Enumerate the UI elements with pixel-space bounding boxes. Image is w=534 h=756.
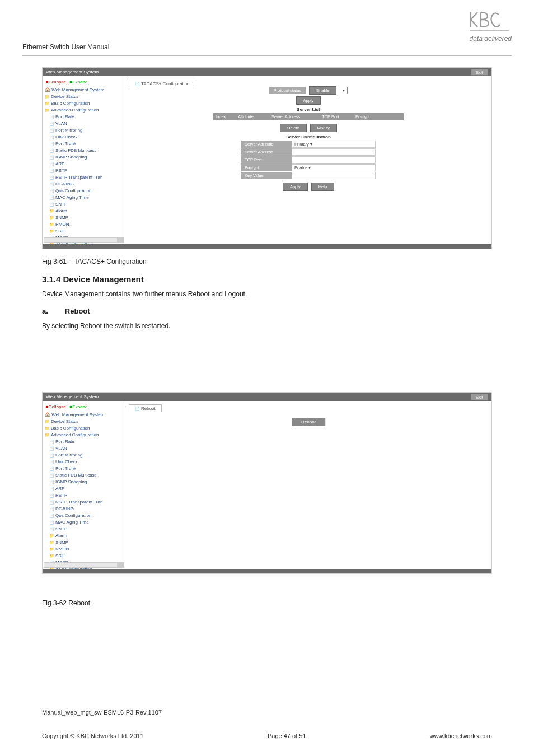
tree-item[interactable]: Port Trunk — [49, 465, 124, 472]
modify-button[interactable]: Modify — [310, 124, 337, 132]
tree-item[interactable]: VLAN — [49, 445, 124, 452]
tree-item[interactable]: RMON — [49, 221, 124, 228]
server-attribute-select[interactable]: Primary ▾ — [292, 141, 376, 148]
content-tab[interactable]: Reboot — [129, 404, 162, 412]
tree-item[interactable]: Basic Configuration — [45, 100, 124, 107]
tree-item[interactable]: Port Mirroring — [49, 452, 124, 459]
tree-item[interactable]: SNMP — [49, 539, 124, 546]
tree-item[interactable]: Port Mirroring — [49, 127, 124, 134]
tree-scrollbar[interactable] — [44, 237, 124, 243]
content-pane: TACACS+ Configuration Protocol status En… — [125, 76, 491, 249]
window-titlebar: Web Management System Exit — [43, 393, 491, 401]
tree-item[interactable]: SNMP — [49, 214, 124, 221]
protocol-status-value: Enable — [309, 86, 336, 95]
tree-item[interactable]: Device Status — [45, 94, 124, 100]
kbc-logo-icon — [470, 11, 509, 35]
tree-item[interactable]: SNTP — [49, 526, 124, 533]
tree-item[interactable]: Port Rate — [49, 114, 124, 120]
tree-item[interactable]: MAC Aging Time — [49, 519, 124, 526]
footer-url: www.kbcnetworks.com — [430, 732, 492, 739]
window-title: Web Management System — [46, 68, 99, 76]
tree-item[interactable]: Qos Configuration — [49, 188, 124, 194]
tree-item[interactable]: Advanced Configuration — [45, 107, 124, 114]
help-button[interactable]: Help — [311, 183, 334, 191]
page-header: Ethernet Switch User Manual data deliver… — [22, 11, 512, 56]
tree-root[interactable]: 🏠 Web Management System — [45, 87, 124, 94]
tree-item[interactable]: SSH — [49, 553, 124, 559]
tree-item[interactable]: Alarm — [49, 533, 124, 539]
tree-item[interactable]: Basic Configuration — [45, 425, 124, 432]
tree-item[interactable]: Device Status — [45, 418, 124, 425]
delete-button[interactable]: Delete — [280, 124, 307, 132]
footer-pager: Page 47 of 51 — [268, 732, 306, 739]
apply-button[interactable]: Apply — [296, 96, 321, 105]
window-footer-bar — [43, 569, 491, 573]
server-address-input[interactable] — [292, 148, 376, 156]
figure-caption-1: Fig 3-61 – TACACS+ Configuration — [42, 258, 492, 265]
tcp-port-input[interactable] — [292, 156, 376, 164]
window-titlebar: Web Management System Exit — [43, 68, 491, 76]
svg-rect-0 — [470, 30, 509, 31]
tree-item[interactable]: IGMP Snooping — [49, 479, 124, 486]
content-tab[interactable]: TACACS+ Configuration — [129, 80, 195, 87]
heading-3-1-4: 3.1.4 Device Management — [42, 274, 492, 284]
encrypt-label: Encrypt — [241, 164, 292, 171]
server-list-title: Server List — [213, 107, 404, 112]
paragraph: Device Management contains two further m… — [42, 290, 492, 298]
subheading-a: a.Reboot — [42, 307, 492, 315]
tree-item[interactable]: DT-RING — [49, 506, 124, 512]
tree-item[interactable]: IGMP Snooping — [49, 154, 124, 161]
screenshot-tacacs: Web Management System Exit ■Collapse | ■… — [42, 67, 492, 249]
doc-title: Ethernet Switch User Manual — [22, 43, 109, 51]
apply-button-2[interactable]: Apply — [283, 183, 308, 191]
tree-item[interactable]: DT-RING — [49, 181, 124, 188]
protocol-status-select[interactable]: ▾ — [340, 87, 348, 94]
window-title: Web Management System — [46, 393, 99, 401]
tree-item[interactable]: Link Check — [49, 459, 124, 465]
tree-item[interactable]: SSH — [49, 228, 124, 235]
collapse-expand[interactable]: ■Collapse | ■Expand — [44, 403, 124, 412]
tree-item[interactable]: RMON — [49, 546, 124, 553]
tree-item[interactable]: Alarm — [49, 208, 124, 214]
tree-item[interactable]: Port Rate — [49, 438, 124, 445]
tree-item[interactable]: Static FDB Multicast — [49, 472, 124, 479]
encrypt-select[interactable]: Enable ▾ — [292, 164, 376, 171]
nav-tree[interactable]: ■Collapse | ■Expand 🏠 Web Management Sys… — [43, 401, 125, 573]
tree-root[interactable]: 🏠 Web Management System — [45, 412, 124, 418]
footer-file-id: Manual_web_mgt_sw-ESML6-P3-Rev 1107 — [42, 709, 492, 716]
tree-item[interactable]: Port Trunk — [49, 141, 124, 147]
logo: data delivered — [470, 11, 512, 43]
tree-item[interactable]: VLAN — [49, 120, 124, 127]
exit-button[interactable]: Exit — [471, 394, 488, 400]
tree-item[interactable]: ARP — [49, 486, 124, 492]
tree-item[interactable]: Static FDB Multicast — [49, 147, 124, 154]
server-address-label: Server Address — [241, 148, 292, 156]
tree-item[interactable]: RSTP — [49, 492, 124, 499]
tcp-port-label: TCP Port — [241, 156, 292, 164]
collapse-expand[interactable]: ■Collapse | ■Expand — [44, 78, 124, 87]
tree-item[interactable]: MAC Aging Time — [49, 194, 124, 201]
tree-item[interactable]: RSTP Transparent Tran — [49, 499, 124, 506]
tree-item[interactable]: Advanced Configuration — [45, 432, 124, 438]
key-value-label: Key Value — [241, 172, 292, 179]
tree-item[interactable]: ARP — [49, 161, 124, 167]
tree-item[interactable]: Qos Configuration — [49, 512, 124, 519]
figure-caption-2: Fig 3-62 Reboot — [42, 599, 492, 607]
tree-item[interactable]: SNTP — [49, 201, 124, 208]
tree-item[interactable]: RSTP — [49, 167, 124, 174]
content-pane: Reboot Reboot — [125, 401, 491, 573]
server-list-header: Index Attribute Server Address TCP Port … — [213, 113, 404, 120]
nav-tree[interactable]: ■Collapse | ■Expand 🏠 Web Management Sys… — [43, 76, 125, 249]
paragraph: By selecting Reboot the switch is restar… — [42, 322, 492, 330]
tree-item[interactable]: RSTP Transparent Tran — [49, 174, 124, 181]
exit-button[interactable]: Exit — [471, 69, 488, 76]
logo-tagline: data delivered — [470, 35, 512, 43]
window-footer-bar — [43, 244, 491, 249]
reboot-button[interactable]: Reboot — [292, 418, 325, 426]
tree-scrollbar[interactable] — [44, 562, 124, 568]
protocol-status-label: Protocol status — [269, 87, 306, 94]
server-config-title: Server Configuration — [213, 134, 404, 139]
footer-copyright: Copyright © KBC Networks Ltd. 2011 — [42, 732, 144, 739]
key-value-input[interactable] — [292, 172, 376, 179]
tree-item[interactable]: Link Check — [49, 134, 124, 141]
